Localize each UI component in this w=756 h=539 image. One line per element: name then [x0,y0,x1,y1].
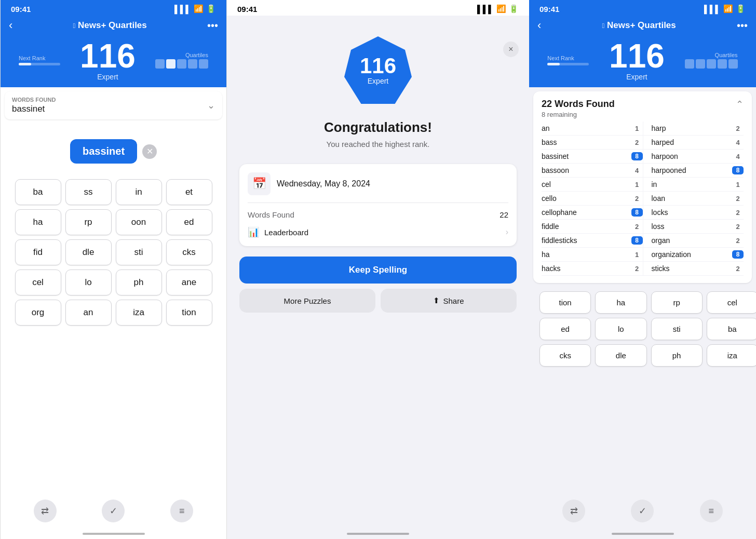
q-dot-3-5 [728,59,738,69]
congrats-title: Congratulations! [324,119,432,136]
tile3-iza[interactable]: iza [707,344,756,367]
tile3-ed[interactable]: ed [539,318,591,340]
tile3-dle[interactable]: dle [595,344,646,367]
wifi-icon-2: 📶 [496,4,506,14]
time-2: 09:41 [237,5,257,14]
tile3-tion[interactable]: tion [539,291,591,314]
words-column-right: harp 2 harped 4 harpoon 4 harpooned 8 in [643,122,744,276]
more-button-1[interactable]: ••• [207,20,218,32]
score-bar-fill-1 [19,63,31,65]
word-row-fiddlesticks: fiddlesticks 8 [542,234,643,248]
back-button-3[interactable]: ‹ [537,19,541,32]
tile3-rp[interactable]: rp [651,291,703,314]
game-area-1: bassinet ✕ ba ss in et ha rp oon ed fid … [1,124,226,493]
tile3-cks[interactable]: cks [539,344,591,367]
tile-ane[interactable]: ane [166,270,212,295]
quartiles-dots-1 [155,59,208,69]
close-button-2[interactable]: × [503,42,519,57]
tile3-ph[interactable]: ph [651,344,703,367]
q-dot-3 [177,59,186,69]
word-row-harpooned: harpooned 8 [643,164,744,178]
tile-cks[interactable]: cks [166,239,212,265]
tile-cel[interactable]: cel [15,270,61,295]
tile3-cel[interactable]: cel [707,291,756,314]
status-icons-2: ▌▌▌ 📶 🔋 [477,4,519,14]
score-main-1: 116 Expert [80,39,136,81]
tile-sti[interactable]: sti [116,239,162,265]
shuffle-button-1[interactable]: ⇄ [34,500,57,522]
tile-ba[interactable]: ba [15,179,61,205]
chevron-up-icon[interactable]: ⌃ [736,99,744,110]
words-list-remaining: 8 remaining [542,111,615,118]
tile3-ba[interactable]: ba [707,318,756,340]
tile3-sti[interactable]: sti [651,318,703,340]
words-list-header: 22 Words Found 8 remaining ⌃ [542,99,744,118]
score-main-3: 116 Expert [609,39,665,81]
clear-button-1[interactable]: ✕ [142,144,157,159]
word-row-cel: cel 1 [542,178,643,192]
tile-lo[interactable]: lo [65,270,112,295]
list-button-1[interactable]: ≡ [170,500,193,522]
word-row-bassoon: bassoon 4 [542,164,643,178]
next-rank-label-1: Next Rank [19,55,45,61]
tile-et[interactable]: et [166,179,212,205]
tile-an[interactable]: an [65,300,112,326]
current-word-bubble-1: bassinet [70,139,137,164]
check-button-1[interactable]: ✓ [102,500,125,522]
word-row-loss: loss 2 [643,220,744,234]
battery-icon-1: 🔋 [206,4,216,14]
tile3-lo[interactable]: lo [595,318,646,340]
tile-fid[interactable]: fid [15,239,61,265]
words-found-word-1: bassinet [12,104,56,114]
leaderboard-row[interactable]: 📊 Leaderboard › [248,219,508,238]
tile-ed[interactable]: ed [166,209,212,235]
check-button-3[interactable]: ✓ [631,500,654,522]
keep-spelling-button[interactable]: Keep Spelling [239,257,517,284]
nav-title-3:  News+ Quartiles [602,20,676,31]
stats-card: 📅 Wednesday, May 8, 2024 Words Found 22 … [239,164,517,246]
status-icons-1: ▌▌▌ 📶 🔋 [174,4,216,14]
tile-tion[interactable]: tion [166,300,212,326]
apple-logo-3:  [602,22,605,30]
chevron-down-icon-1[interactable]: ⌄ [207,100,215,111]
quartiles-section-1: Quartiles [155,52,208,69]
tile-ph[interactable]: ph [116,270,162,295]
tile-in[interactable]: in [116,179,162,205]
more-puzzles-button[interactable]: More Puzzles [239,289,375,313]
shuffle-button-3[interactable]: ⇄ [562,500,585,522]
action-buttons: Keep Spelling More Puzzles ⬆ Share [239,257,517,323]
wifi-icon-3: 📶 [723,4,733,14]
list-button-3[interactable]: ≡ [700,500,723,522]
share-button[interactable]: ⬆ Share [381,289,517,313]
time-1: 09:41 [11,5,31,14]
tile-iza[interactable]: iza [116,300,162,326]
tile-dle[interactable]: dle [65,239,112,265]
back-button-1[interactable]: ‹ [9,19,12,32]
more-button-3[interactable]: ••• [737,20,748,32]
signal-icon-3: ▌▌▌ [704,5,721,14]
signal-icon-1: ▌▌▌ [174,5,191,14]
word-row-in: in 1 [643,178,744,192]
stats-date-row: 📅 Wednesday, May 8, 2024 [248,172,508,203]
tile-org[interactable]: org [15,300,61,326]
score-number-3: 116 [609,39,665,73]
word-row-bass: bass 2 [542,136,643,150]
tile-ha[interactable]: ha [15,209,61,235]
tile-ss[interactable]: ss [65,179,112,205]
score-bar-1 [19,63,60,65]
words-list-header-text: 22 Words Found 8 remaining [542,99,615,118]
score-header-1: Next Rank 116 Expert Quartiles [1,35,226,87]
tile-oon[interactable]: oon [116,209,162,235]
btn-row: More Puzzles ⬆ Share [239,289,517,313]
score-number-1: 116 [80,39,136,73]
score-rank-1: Expert [80,73,136,81]
tile3-ha[interactable]: ha [595,291,646,314]
leaderboard-icon: 📊 [248,226,259,238]
status-bar-3: 09:41 ▌▌▌ 📶 🔋 [529,0,756,16]
tile-rp[interactable]: rp [65,209,112,235]
current-word-display-1: bassinet ✕ [70,139,157,164]
words-column-left: an 1 bass 2 bassinet 8 bassoon 4 cel 1 [542,122,643,276]
q-dot-4 [188,59,197,69]
score-header-3: Next Rank 116 Expert Quartiles [529,35,756,87]
q-dot-3-1 [685,59,694,69]
